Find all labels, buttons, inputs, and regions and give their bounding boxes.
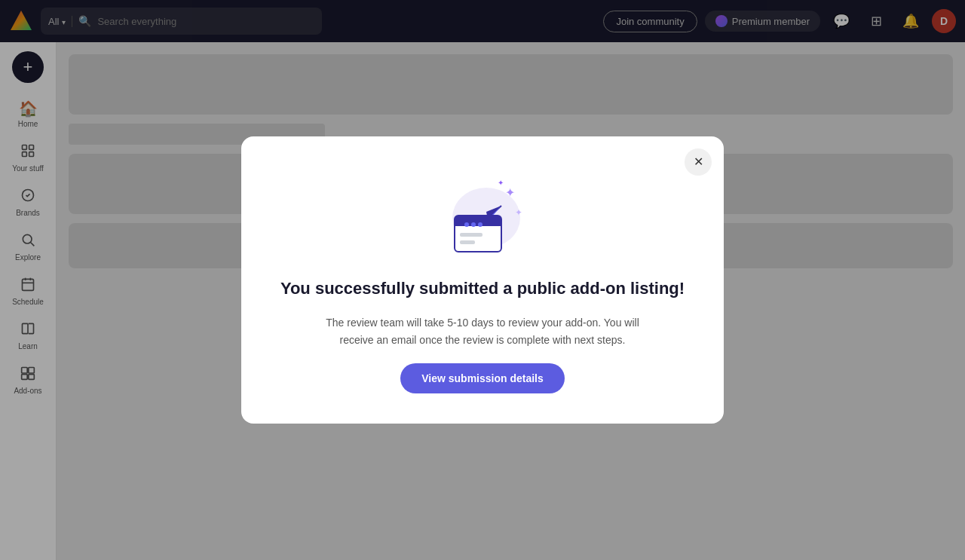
svg-point-29	[471, 222, 476, 227]
svg-text:✦: ✦	[515, 207, 522, 218]
svg-rect-25	[455, 221, 501, 226]
svg-point-30	[478, 222, 482, 227]
view-submission-button[interactable]: View submission details	[400, 363, 565, 393]
svg-text:✦: ✦	[505, 186, 515, 199]
view-submission-label: View submission details	[421, 372, 544, 384]
success-modal: ✕ ✦ ✦ ✦	[241, 136, 724, 424]
modal-illustration: ✦ ✦ ✦	[430, 173, 535, 263]
svg-text:✦: ✦	[498, 179, 504, 187]
modal-overlay: ✕ ✦ ✦ ✦	[0, 0, 965, 560]
svg-rect-27	[460, 240, 475, 244]
modal-title: You successfully submitted a public add-…	[280, 278, 685, 300]
svg-rect-26	[460, 233, 482, 237]
modal-close-button[interactable]: ✕	[685, 148, 712, 176]
modal-body: The review team will take 5-10 days to r…	[324, 314, 641, 348]
svg-point-28	[464, 222, 469, 227]
close-icon: ✕	[694, 155, 703, 169]
